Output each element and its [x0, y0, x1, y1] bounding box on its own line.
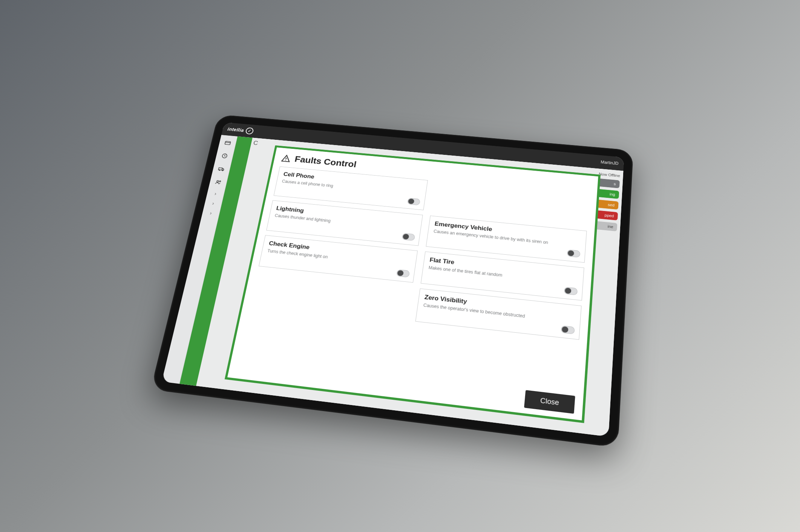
modal-title: Faults Control — [294, 154, 357, 170]
fault-toggle[interactable] — [564, 287, 578, 295]
close-button[interactable]: Close — [524, 390, 575, 414]
svg-point-5 — [216, 180, 219, 182]
brand: intellia ✓ — [227, 126, 254, 135]
brand-text: intellia — [227, 127, 244, 133]
modal-overlay: Faults Control Cell Phone Causes a cell … — [196, 138, 623, 437]
faults-grid: Cell Phone Causes a cell phone to ring L… — [241, 167, 589, 391]
faults-modal: Faults Control Cell Phone Causes a cell … — [225, 145, 601, 423]
svg-point-4 — [222, 170, 223, 171]
svg-point-7 — [285, 160, 286, 161]
app-body: › › › C Now Offline s ing sed pped ine — [162, 135, 624, 437]
rail-truck-icon[interactable] — [216, 164, 227, 174]
rail-expand-3[interactable]: › — [209, 210, 212, 216]
brand-logo-icon: ✓ — [245, 127, 254, 135]
tablet-frame: intellia ✓ MartinJD › › — [150, 115, 633, 448]
user-label: MartinJD — [601, 160, 619, 166]
content-under-modal: C Now Offline s ing sed pped ine — [196, 138, 623, 437]
fault-toggle[interactable] — [567, 249, 580, 258]
screen: intellia ✓ MartinJD › › — [162, 122, 624, 437]
fault-toggle[interactable] — [396, 269, 410, 278]
rail-users-icon[interactable] — [212, 177, 224, 187]
rail-expand-1[interactable]: › — [214, 191, 217, 196]
rail-expand-2[interactable]: › — [212, 201, 215, 206]
svg-rect-0 — [225, 141, 230, 145]
fault-toggle[interactable] — [407, 198, 420, 206]
svg-point-3 — [219, 170, 220, 170]
fault-toggle[interactable] — [561, 326, 575, 335]
warning-icon — [281, 154, 291, 163]
rail-card-icon[interactable] — [222, 138, 233, 148]
svg-point-6 — [219, 181, 221, 182]
fault-toggle[interactable] — [402, 233, 415, 241]
rail-history-icon[interactable] — [219, 151, 230, 161]
